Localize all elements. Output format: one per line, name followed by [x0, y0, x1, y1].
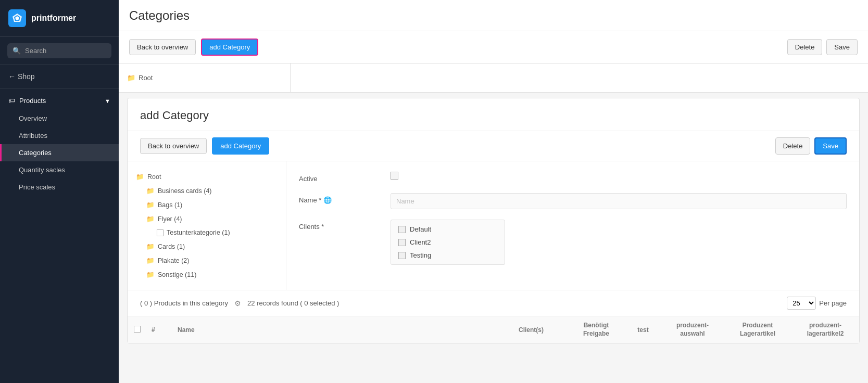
add-category-title: add Category	[140, 109, 209, 122]
th-clients: Client(s)	[515, 321, 568, 339]
form-tree-item-2[interactable]: 📁 Flyer (4)	[128, 212, 286, 226]
add-category-header: add Category	[128, 98, 859, 131]
folder-icon: 📁	[127, 74, 135, 82]
client-row-2[interactable]: Testing	[398, 251, 497, 259]
client-row-0[interactable]: Default	[398, 225, 497, 233]
form-tree-item-6[interactable]: 📁 Sonstige (11)	[128, 267, 286, 282]
shop-nav-link[interactable]: ← Shop	[0, 65, 119, 88]
sidebar-item-overview[interactable]: Overview	[0, 110, 119, 127]
folder-icon: 📁	[146, 242, 155, 250]
per-page-label: Per page	[819, 299, 847, 307]
form-back-button[interactable]: Back to overview	[140, 138, 207, 154]
th-name: Name	[174, 321, 515, 339]
sidebar-item-attributes[interactable]: Attributes	[0, 127, 119, 144]
th-prodlager: Produzent Lagerartikel	[724, 316, 791, 343]
tree-root-item[interactable]: 📁 Root	[127, 72, 282, 84]
logo-icon	[8, 9, 26, 27]
per-page-select[interactable]: 25 50 100	[787, 297, 816, 310]
top-right-actions: Delete Save	[787, 39, 858, 55]
logo-text: printformer	[31, 14, 76, 23]
form-tree: 📁 Root 📁 Business cards (4) 📁 Bags (1) 📁…	[128, 161, 286, 290]
form-tree-item-1[interactable]: 📁 Bags (1)	[128, 198, 286, 212]
globe-icon: 🌐	[323, 196, 332, 204]
folder-icon: 📁	[146, 187, 155, 195]
folder-icon: 📁	[146, 201, 155, 209]
tree-top-panel: 📁 Root	[119, 63, 868, 93]
top-action-bar: Back to overview add Category Delete Sav…	[119, 31, 868, 63]
gear-icon[interactable]: ⚙	[234, 299, 241, 308]
page-title: Categories	[129, 8, 190, 23]
tree-root-label: Root	[139, 74, 153, 82]
top-back-button[interactable]: Back to overview	[129, 39, 196, 55]
sidebar-item-quantity-sacles[interactable]: Quantity sacles	[0, 161, 119, 178]
sidebar-products-label: Products	[19, 97, 46, 105]
client-checkbox-testing[interactable]	[398, 252, 406, 259]
sidebar-logo: printformer	[0, 0, 119, 37]
sidebar-search[interactable]: 🔍	[0, 37, 119, 65]
add-category-actions: Back to overview add Category Delete Sav…	[128, 131, 859, 161]
form-tree-item-4[interactable]: 📁 Cards (1)	[128, 239, 286, 253]
th-prodlager2: produzent- lagerartikel2	[791, 316, 859, 343]
client-row-1[interactable]: Client2	[398, 238, 497, 246]
th-hash: #	[148, 321, 174, 339]
sidebar-item-price-scales[interactable]: Price scales	[0, 178, 119, 196]
th-benoetigt: Benötigt Freigabe	[568, 316, 625, 343]
form-tree-item-3[interactable]: Testunterkategorie (1)	[128, 226, 286, 239]
content-area: Back to overview add Category Delete Sav…	[119, 31, 868, 383]
products-nav-section: 🏷 Products ▼ Overview Attributes Categor…	[0, 88, 119, 199]
add-category-body: 📁 Root 📁 Business cards (4) 📁 Bags (1) 📁…	[128, 161, 859, 290]
name-input[interactable]	[391, 193, 847, 209]
tree-top: 📁 Root	[119, 63, 291, 92]
top-save-button[interactable]: Save	[826, 39, 858, 55]
form-tree-item-0[interactable]: 📁 Business cards (4)	[128, 184, 286, 198]
products-in-category-row: ( 0 ) Products in this category ⚙ 22 rec…	[128, 290, 859, 316]
form-add-category-button[interactable]: add Category	[212, 137, 269, 155]
clients-field-row: Clients * Default Client2	[299, 220, 847, 265]
active-checkbox[interactable]	[391, 172, 398, 180]
th-prodauswahl: produzent- auswahl	[661, 316, 724, 343]
active-label: Active	[299, 172, 382, 183]
top-bar: Categories	[119, 0, 868, 31]
form-tree-root[interactable]: 📁 Root	[128, 170, 286, 184]
th-test: test	[625, 321, 661, 339]
form-save-button[interactable]: Save	[814, 137, 847, 155]
active-field-row: Active	[299, 172, 847, 183]
sidebar-item-products[interactable]: 🏷 Products ▼	[0, 92, 119, 110]
folder-icon: 📁	[146, 257, 155, 264]
sidebar-item-categories[interactable]: Categories	[0, 144, 119, 161]
table-header: # Name Client(s) Benötigt Freigabe test	[128, 316, 859, 343]
records-info: 22 records found ( 0 selected )	[247, 299, 339, 307]
name-field-row: Name * 🌐	[299, 193, 847, 209]
clients-label: Clients *	[299, 220, 382, 231]
select-all-checkbox[interactable]	[134, 326, 141, 333]
top-add-category-button[interactable]: add Category	[201, 39, 258, 56]
th-select-all[interactable]	[128, 321, 148, 339]
main-content: Categories Back to overview add Category…	[119, 0, 868, 383]
checkbox-icon[interactable]	[157, 229, 163, 236]
search-icon: 🔍	[12, 47, 21, 55]
per-page-control: 25 50 100 Per page	[787, 297, 847, 310]
folder-icon: 📁	[146, 215, 155, 223]
products-icon: 🏷	[8, 97, 15, 105]
form-right-actions: Delete Save	[775, 137, 847, 155]
name-label: Name * 🌐	[299, 193, 382, 204]
form-delete-button[interactable]: Delete	[775, 137, 811, 155]
sidebar: printformer 🔍 ← Shop 🏷 Products ▼ Overvi…	[0, 0, 119, 383]
folder-icon: 📁	[136, 173, 144, 181]
client-checkbox-default[interactable]	[398, 226, 406, 233]
search-box[interactable]: 🔍	[7, 43, 111, 58]
chevron-down-icon: ▼	[105, 98, 110, 104]
shop-nav-label: ← Shop	[8, 72, 35, 81]
products-count-label: ( 0 ) Products in this category	[140, 299, 228, 307]
form-fields: Active Name * 🌐 Clients *	[286, 161, 859, 290]
clients-box: Default Client2 Testing	[391, 220, 505, 265]
client-checkbox-client2[interactable]	[398, 239, 406, 246]
search-input[interactable]	[25, 47, 106, 55]
form-tree-item-5[interactable]: 📁 Plakate (2)	[128, 253, 286, 267]
add-category-panel: add Category Back to overview add Catego…	[127, 98, 860, 343]
folder-icon: 📁	[146, 271, 155, 278]
top-delete-button[interactable]: Delete	[787, 39, 823, 55]
